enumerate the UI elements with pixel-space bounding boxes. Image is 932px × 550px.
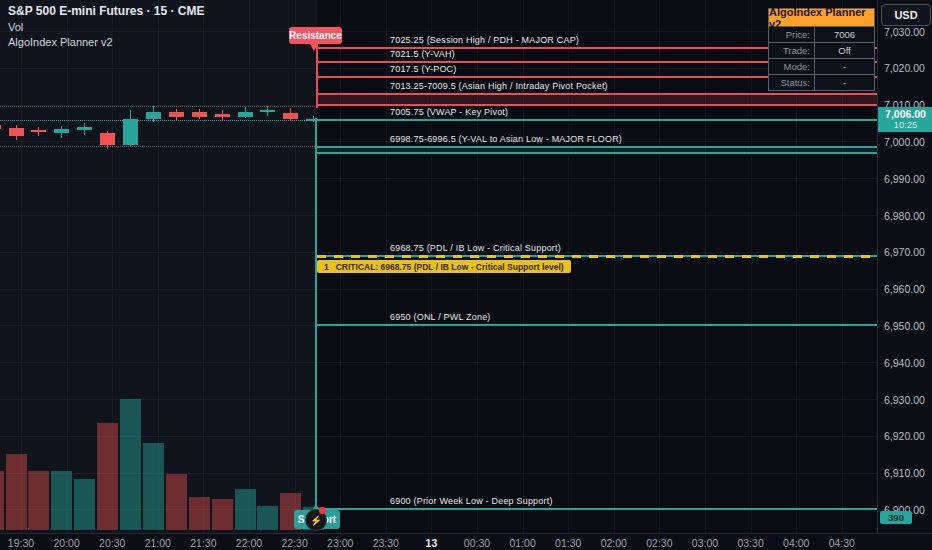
time-tick-label: 13 xyxy=(426,537,438,549)
volume-bar xyxy=(166,474,187,530)
planner-row-trade: Trade: Off xyxy=(769,42,874,58)
level-line[interactable] xyxy=(317,508,877,510)
time-tick-label: 22:00 xyxy=(236,537,262,549)
resistance-label-tail xyxy=(310,44,318,51)
legend-item-planner[interactable]: AlgoIndex Planner v2 xyxy=(8,35,205,51)
price-tick-label: 6,980.00 xyxy=(884,210,925,222)
volume-bar xyxy=(28,471,49,530)
price-tick-label: 7,020.00 xyxy=(884,62,925,74)
planner-price-value: 7006 xyxy=(815,27,874,42)
planner-status-label: Status: xyxy=(769,75,815,90)
planner-trade-label: Trade: xyxy=(769,43,815,58)
level-band[interactable] xyxy=(317,93,877,107)
planner-price-label: Price: xyxy=(769,27,815,42)
volume-bar xyxy=(143,443,164,530)
price-tick-label: 6,920.00 xyxy=(884,430,925,442)
time-tick-label: 03:30 xyxy=(737,537,763,549)
time-tick-label: 20:30 xyxy=(99,537,125,549)
grid-line-vertical xyxy=(705,0,706,533)
time-tick-label: 04:00 xyxy=(783,537,809,549)
planner-row-status: Status: - xyxy=(769,74,874,90)
volume-bar xyxy=(6,454,27,530)
legend-item-vol[interactable]: Vol xyxy=(8,20,205,36)
planner-status-value: - xyxy=(815,75,874,90)
time-axis[interactable]: 19:3020:0020:3021:0021:3022:0022:3023:00… xyxy=(0,533,932,550)
candle-body xyxy=(31,130,46,132)
resistance-label[interactable]: Resistance xyxy=(289,27,342,44)
support-anchor-line xyxy=(315,118,317,509)
price-tick-label: 6,910.00 xyxy=(884,467,925,479)
symbol-title[interactable]: S&P 500 E-mini Futures · 15 · CME xyxy=(8,4,205,20)
candle-body xyxy=(0,125,1,130)
price-tick-label: 6,990.00 xyxy=(884,173,925,185)
candle-body xyxy=(77,127,92,131)
time-tick-label: 22:30 xyxy=(281,537,307,549)
level-label: 6950 (ONL / PWL Zone) xyxy=(390,312,491,322)
price-tick-label: 6,930.00 xyxy=(884,394,925,406)
level-label: 7005.75 (VWAP - Key Pivot) xyxy=(390,107,508,117)
critical-level-dashed-line xyxy=(317,255,877,258)
candle-body xyxy=(100,133,115,145)
grid-line-vertical xyxy=(614,0,615,533)
time-tick-label: 01:00 xyxy=(509,537,535,549)
grid-line-vertical xyxy=(67,0,68,533)
time-tick-label: 20:00 xyxy=(53,537,79,549)
time-tick-label: 04:30 xyxy=(829,537,855,549)
grid-line-horizontal xyxy=(0,178,877,179)
planner-trade-value: Off xyxy=(815,43,874,58)
planner-status-panel: AlgoIndex Planner v2 Price: 7006 Trade: … xyxy=(768,8,875,91)
chart-canvas[interactable]: 7025.25 (Session High / PDH - MAJOR CAP)… xyxy=(0,0,877,533)
volume-bar xyxy=(51,471,72,530)
candle-body xyxy=(169,112,184,118)
critical-alert-text: CRITICAL: 6968.75 (PDL / IB Low - Critic… xyxy=(336,262,564,272)
grid-line-vertical xyxy=(751,0,752,533)
level-band[interactable] xyxy=(317,146,877,154)
grid-line-vertical xyxy=(659,0,660,533)
volume-bar xyxy=(74,479,95,530)
volume-bar xyxy=(120,399,141,530)
level-line[interactable] xyxy=(317,324,877,326)
critical-alert-number: 1 xyxy=(324,262,329,272)
grid-line-vertical xyxy=(249,0,250,533)
grid-line-vertical xyxy=(295,0,296,533)
candle-body xyxy=(54,129,69,134)
time-tick-label: 02:30 xyxy=(646,537,672,549)
time-tick-label: 02:00 xyxy=(601,537,627,549)
level-label: 7025.25 (Session High / PDH - MAJOR CAP) xyxy=(390,35,579,45)
time-tick-label: 23:30 xyxy=(373,537,399,549)
grid-line-horizontal xyxy=(0,362,877,363)
candle-body xyxy=(260,110,275,112)
price-tick-label: 7,030.00 xyxy=(884,26,925,38)
resistance-anchor-line xyxy=(316,44,318,108)
planner-panel-title: AlgoIndex Planner v2 xyxy=(769,9,874,26)
time-tick-label: 00:30 xyxy=(464,537,490,549)
level-line[interactable] xyxy=(317,119,877,121)
price-tick-label: 6,970.00 xyxy=(884,246,925,258)
level-label: 6968.75 (PDL / IB Low - Critical Support… xyxy=(390,243,561,253)
critical-alert-badge: 1 CRITICAL: 6968.75 (PDL / IB Low - Crit… xyxy=(317,260,571,273)
price-axis[interactable]: USD 7,030.007,020.007,010.007,000.006,99… xyxy=(877,0,932,533)
price-tick-label: 6,940.00 xyxy=(884,357,925,369)
candle-body xyxy=(9,128,24,136)
time-tick-label: 19:30 xyxy=(8,537,34,549)
candle-body xyxy=(146,112,161,119)
time-tick-label: 23:00 xyxy=(327,537,353,549)
grid-line-horizontal xyxy=(0,215,877,216)
level-label: 6998.75-6996.5 (Y-VAL to Asian Low - MAJ… xyxy=(390,134,622,144)
planner-row-mode: Mode: - xyxy=(769,58,874,74)
grid-line-horizontal xyxy=(0,289,877,290)
candle-body xyxy=(283,113,298,119)
level-label: 7021.5 (Y-VAH) xyxy=(390,49,455,59)
current-volume-badge: 390 xyxy=(880,511,912,524)
level-label: 7013.25-7009.5 (Asian High / Intraday Pi… xyxy=(390,81,608,91)
candle-body xyxy=(123,119,138,145)
price-tick-label: 6,960.00 xyxy=(884,283,925,295)
volume-bar xyxy=(212,499,233,530)
price-tick-label: 6,950.00 xyxy=(884,320,925,332)
currency-button[interactable]: USD xyxy=(881,4,931,26)
volume-bar xyxy=(257,506,278,530)
candle-body xyxy=(192,112,207,117)
time-tick-label: 01:30 xyxy=(555,537,581,549)
level-dotted-extension xyxy=(0,106,317,107)
notification-dot xyxy=(319,507,326,514)
